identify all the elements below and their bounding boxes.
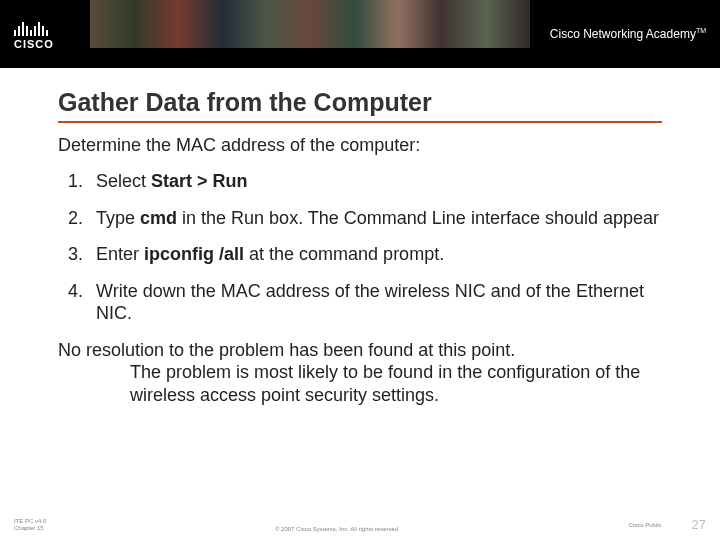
step-text-post: in the Run box. The Command Line interfa… [177, 208, 659, 228]
step-text-pre: Enter [96, 244, 144, 264]
slide-subtitle: Determine the MAC address of the compute… [58, 135, 662, 156]
footer-copyright: © 2007 Cisco Systems, Inc. All rights re… [46, 526, 628, 532]
footer-chapter: Chapter 15 [14, 525, 46, 532]
step-text-pre: Write down the MAC address of the wirele… [96, 281, 644, 324]
cisco-logo: CISCO [14, 18, 54, 50]
step-text-pre: Select [96, 171, 151, 191]
slide-header: CISCO Cisco Networking AcademyTM [0, 0, 720, 68]
steps-list: Select Start > Run Type cmd in the Run b… [58, 170, 662, 325]
slide-content: Gather Data from the Computer Determine … [0, 68, 720, 406]
header-photo-strip [90, 0, 530, 48]
step-item: Write down the MAC address of the wirele… [58, 280, 662, 325]
cisco-bridge-icon [14, 18, 48, 36]
cisco-logo-text: CISCO [14, 38, 54, 50]
step-text-bold: Start > Run [151, 171, 248, 191]
footer-version: ITE PC v4.0 [14, 518, 46, 525]
slide-footer: ITE PC v4.0 Chapter 15 © 2007 Cisco Syst… [14, 517, 706, 532]
step-item: Enter ipconfig /all at the command promp… [58, 243, 662, 266]
footer-right: Cisco Public 27 [629, 517, 706, 532]
step-text-pre: Type [96, 208, 140, 228]
page-number: 27 [692, 517, 706, 532]
footer-left: ITE PC v4.0 Chapter 15 [14, 518, 46, 532]
trademark-symbol: TM [696, 27, 706, 34]
step-text-post: at the command prompt. [244, 244, 444, 264]
academy-label: Cisco Networking AcademyTM [550, 27, 706, 41]
step-item: Select Start > Run [58, 170, 662, 193]
slide-title: Gather Data from the Computer [58, 88, 662, 123]
step-item: Type cmd in the Run box. The Command Lin… [58, 207, 662, 230]
conclusion-rest: The problem is most likely to be found i… [130, 361, 662, 406]
step-text-bold: cmd [140, 208, 177, 228]
academy-text: Cisco Networking Academy [550, 27, 696, 41]
conclusion-text: No resolution to the problem has been fo… [58, 339, 662, 407]
step-text-bold: ipconfig /all [144, 244, 244, 264]
footer-classification: Cisco Public [629, 522, 662, 528]
conclusion-first-line: No resolution to the problem has been fo… [58, 340, 515, 360]
